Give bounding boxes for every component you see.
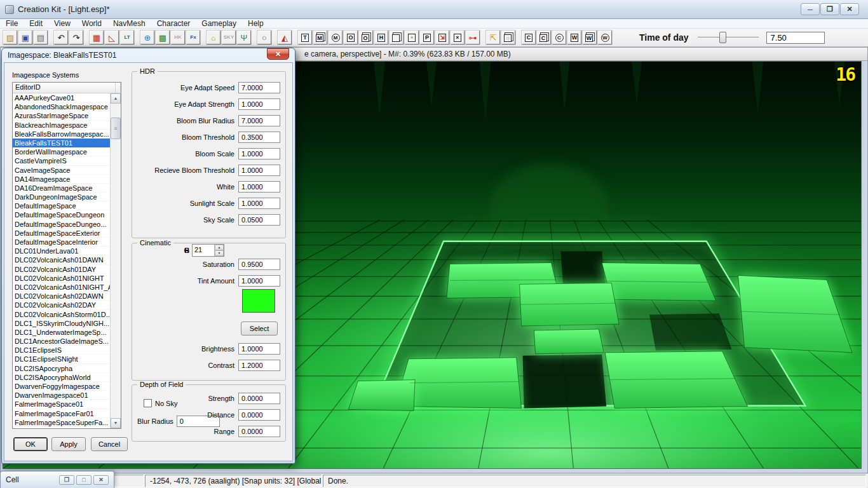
list-item[interactable]: DLC02VolcanicAsh02DAWN (13, 292, 110, 301)
preferences-icon[interactable]: ▤ (34, 30, 48, 44)
list-item[interactable]: AAAPurkeyCave01 (13, 93, 110, 102)
light-picker-icon[interactable]: ⇱ (486, 30, 500, 44)
list-scrollbar[interactable]: ▲ ▼ (110, 93, 121, 428)
lights-icon[interactable]: ☼ (207, 30, 220, 44)
save-icon[interactable]: ▣ (18, 30, 32, 44)
restore-button[interactable]: ❐ (820, 3, 839, 15)
list-item[interactable]: DLC2ISApocryphaWorld (13, 373, 110, 382)
field-input[interactable]: 0.0000 (238, 426, 280, 437)
editorid-column-header[interactable]: EditorID (13, 83, 116, 93)
list-item[interactable]: DefaultImageSpaceDungeon (13, 210, 110, 219)
list-item[interactable]: DLC02VolcanicAsh01NIGHT (13, 274, 110, 283)
havok-sim-icon[interactable]: HK (171, 30, 185, 44)
heightmap-icon[interactable]: ◭ (278, 30, 292, 44)
menu-item[interactable]: Help (242, 19, 269, 29)
list-item[interactable]: AbandonedShackImagespace (13, 102, 110, 111)
list-item[interactable]: CaveImageSpace (13, 166, 110, 175)
menu-item[interactable]: Edit (24, 19, 48, 29)
marker-o-cube-icon[interactable]: O (359, 30, 373, 44)
grass-icon[interactable]: Ψ (237, 30, 251, 44)
marker-w-circle-icon[interactable]: W (598, 30, 612, 44)
marker-c-circle-icon[interactable]: C (552, 30, 566, 44)
menu-item[interactable]: File (0, 19, 24, 29)
field-input[interactable]: 1.0000 (238, 148, 280, 159)
slider-track[interactable] (698, 37, 759, 38)
sky-icon[interactable]: SKY (222, 30, 236, 44)
list-item[interactable]: DLC02VolcanicAsh02DAY (13, 301, 110, 309)
marker-x-box-icon[interactable]: × (451, 30, 465, 44)
apply-button[interactable]: Apply (51, 437, 86, 451)
marker-c-box-icon[interactable]: C (522, 30, 536, 44)
list-item[interactable]: DLC01UnderLava01 (13, 247, 110, 255)
list-item[interactable]: CastleVampireIS (13, 156, 110, 165)
marker-c-cube-icon[interactable]: C (537, 30, 551, 44)
field-input[interactable]: 1.0000 (238, 198, 280, 209)
spin-up-icon[interactable]: ▲ (215, 245, 224, 250)
list-item[interactable]: FalmerImageSpace01 (13, 400, 110, 409)
select-color-button[interactable]: Select (241, 322, 278, 336)
redo-icon[interactable]: ↷ (69, 30, 83, 44)
field-input[interactable]: 1.0000 (238, 181, 280, 193)
marker-h-box-icon[interactable]: H (374, 30, 388, 44)
marker-cube-icon[interactable] (390, 30, 403, 44)
list-item[interactable]: DLC1EclipseIS (13, 346, 110, 355)
scrollbar-thumb[interactable] (111, 118, 121, 139)
ok-button[interactable]: OK (13, 437, 48, 451)
marker-box-arrow-icon[interactable]: ⇲ (435, 30, 449, 44)
list-item[interactable]: DLC2ISApocrypha (13, 364, 110, 373)
marker-m-cube-icon[interactable]: M (313, 30, 327, 44)
list-item[interactable]: DLC02VolcanicAsh01NIGHT_A (13, 283, 110, 292)
marker-box-in-box-icon[interactable]: ▫ (405, 30, 419, 44)
landscape-edit-icon[interactable]: ▩ (156, 30, 170, 44)
list-item[interactable]: DLC02VolcanicAshStorm01D... (13, 310, 110, 319)
slider-thumb[interactable] (719, 32, 726, 43)
field-input[interactable]: 0.3500 (238, 132, 280, 143)
list-item[interactable]: AzurasStarImageSpace (13, 111, 110, 120)
list-item[interactable]: DLC1EclipseISNight (13, 355, 110, 363)
close-button[interactable]: ✕ (840, 3, 859, 15)
menu-item[interactable]: World (76, 19, 107, 29)
marker-w-cube-icon[interactable]: W (583, 30, 597, 44)
menu-item[interactable]: NavMesh (107, 19, 151, 29)
marker-t-box-icon[interactable]: T (298, 30, 312, 44)
menu-item[interactable]: View (48, 19, 76, 29)
spin-down-icon[interactable]: ▼ (215, 250, 224, 256)
list-item[interactable]: DwarvenFoggyImagespace (13, 382, 110, 391)
scroll-down-icon[interactable]: ▼ (111, 418, 121, 428)
field-input[interactable]: 1.2000 (238, 360, 280, 371)
list-item[interactable]: FalmerImageSpaceSuperFa... (13, 418, 110, 427)
list-item[interactable]: DefaultImageSpace (13, 201, 110, 210)
cell-maximize-button[interactable]: □ (76, 475, 92, 485)
marker-w-box-icon[interactable]: W (567, 30, 581, 44)
scroll-up-icon[interactable]: ▲ (111, 93, 121, 104)
marker-o-box-icon[interactable]: O (344, 30, 358, 44)
world-globe-icon[interactable]: ⊕ (140, 30, 154, 44)
field-input[interactable]: 1.0000 (238, 343, 280, 355)
list-item[interactable]: DefaultImageSpaceExterior (13, 229, 110, 238)
minimize-button[interactable]: ─ (801, 3, 820, 15)
menu-item[interactable]: Gameplay (196, 19, 242, 29)
list-item[interactable]: DLC02VolcanicAsh01DAY (13, 265, 110, 274)
field-input[interactable]: 1.0000 (238, 165, 280, 176)
open-icon[interactable]: ▨ (3, 30, 17, 44)
list-item[interactable]: DA14Imagespace (13, 175, 110, 184)
time-of-day-slider[interactable] (698, 32, 759, 43)
field-input[interactable]: 1.0000 (238, 98, 280, 110)
menu-item[interactable]: Character (151, 19, 196, 29)
list-item[interactable]: BleakFallsBarrowImagespac... (13, 130, 110, 139)
list-item[interactable]: FalmerImageSpaceFar01 (13, 409, 110, 418)
unlink-references-icon[interactable]: ⊶ (466, 30, 480, 44)
undo-icon[interactable]: ↶ (54, 30, 68, 44)
list-item[interactable]: DLC02VolcanicAsh01DAWN (13, 255, 110, 264)
field-input[interactable]: 0.0000 (238, 409, 280, 421)
field-input[interactable]: 0.0500 (238, 214, 280, 226)
water-fx-icon[interactable]: Fx (186, 30, 200, 44)
list-item[interactable]: DefaultImageSpaceInterior (13, 238, 110, 247)
field-input[interactable]: 7.0000 (238, 115, 280, 126)
field-input[interactable]: 1.0000 (238, 275, 280, 287)
list-item[interactable]: DwarvenImagespace01 (13, 391, 110, 400)
snap-to-angle-icon[interactable]: ◺ (105, 30, 119, 44)
list-item[interactable]: BorderWallImagespace (13, 147, 110, 156)
list-item[interactable]: DLC1AncestorGladeImageS... (13, 337, 110, 346)
list-item[interactable]: BleakFallsTEST01 (13, 139, 110, 147)
